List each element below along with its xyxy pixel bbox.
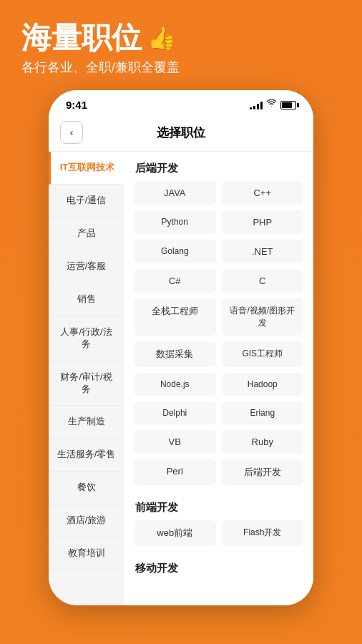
tag-item[interactable]: Golang [134, 240, 216, 263]
tag-grid-1: web前端Flash开发 [131, 520, 306, 552]
hero-title-text: 海量职位 [21, 20, 142, 56]
sidebar-item-1[interactable]: 电子/通信 [49, 185, 124, 218]
content-area: IT互联网技术电子/通信产品运营/客服销售人事/行政/法务财务/审计/税务生产制… [49, 152, 313, 605]
tag-item[interactable]: web前端 [134, 520, 216, 546]
tag-item[interactable]: Erlang [222, 401, 304, 424]
tag-item[interactable]: Perl [134, 459, 216, 485]
hero-title: 海量职位 👍 [21, 20, 176, 56]
sidebar-item-9[interactable]: 餐饮 [49, 472, 124, 504]
status-time: 9:41 [66, 99, 87, 111]
tag-item[interactable]: C [222, 269, 304, 293]
nav-title: 选择职位 [83, 125, 279, 141]
tag-item[interactable]: C# [134, 269, 216, 293]
hero-subtitle: 各行各业、全职/兼职全覆盖 [21, 59, 180, 76]
tag-item[interactable]: Python [134, 210, 216, 234]
sidebar-item-5[interactable]: 人事/行政/法务 [49, 316, 124, 361]
tag-item[interactable]: Hadoop [222, 373, 304, 396]
signal-icon [250, 101, 263, 109]
back-arrow-icon: ‹ [70, 127, 74, 138]
sidebar-item-6[interactable]: 财务/审计/税务 [49, 361, 124, 406]
phone-mockup: 9:41 ‹ 选择职位 [49, 90, 313, 605]
wifi-icon [266, 99, 277, 110]
tag-item[interactable]: JAVA [134, 181, 216, 205]
tag-item[interactable]: 后端开发 [222, 459, 304, 485]
hero-thumb-icon: 👍 [147, 24, 176, 52]
sidebar-item-3[interactable]: 运营/客服 [49, 250, 124, 283]
sidebar-item-4[interactable]: 销售 [49, 283, 124, 316]
section-header-1: 前端开发 [131, 491, 306, 520]
sidebar-item-10[interactable]: 酒店/旅游 [49, 504, 124, 537]
tag-item[interactable]: 数据采集 [134, 341, 216, 367]
tag-item[interactable]: Node.js [134, 373, 216, 396]
tag-item[interactable]: VB [134, 430, 216, 454]
category-sidebar: IT互联网技术电子/通信产品运营/客服销售人事/行政/法务财务/审计/税务生产制… [49, 152, 124, 605]
tag-item[interactable]: 语音/视频/图形开发 [222, 298, 304, 336]
tag-item[interactable]: .NET [222, 240, 304, 263]
tag-grid-0: JAVAC++PythonPHPGolang.NETC#C全栈工程师语音/视频/… [131, 181, 306, 491]
hero-section: 海量职位 👍 各行各业、全职/兼职全覆盖 [0, 0, 362, 90]
tag-item[interactable]: PHP [222, 210, 304, 234]
back-button[interactable]: ‹ [60, 121, 83, 144]
sidebar-item-2[interactable]: 产品 [49, 218, 124, 250]
status-icons [250, 99, 296, 110]
section-header-0: 后端开发 [131, 152, 306, 181]
status-bar: 9:41 [49, 90, 313, 115]
sidebar-item-8[interactable]: 生活服务/零售 [49, 439, 124, 472]
tag-item[interactable]: Delphi [134, 401, 216, 424]
battery-icon [280, 101, 296, 109]
tag-item[interactable]: GIS工程师 [222, 341, 304, 367]
sidebar-item-11[interactable]: 教育培训 [49, 537, 124, 570]
sidebar-item-0[interactable]: IT互联网技术 [49, 152, 124, 185]
app-background: 海量职位 👍 各行各业、全职/兼职全覆盖 9:41 [0, 0, 362, 644]
tag-item[interactable]: Ruby [222, 430, 304, 454]
tag-item[interactable]: Flash开发 [222, 520, 304, 546]
section-header-2: 移动开发 [131, 552, 306, 581]
nav-bar: ‹ 选择职位 [49, 115, 313, 152]
tag-item[interactable]: 全栈工程师 [134, 298, 216, 336]
sidebar-item-7[interactable]: 生产制造 [49, 406, 124, 439]
job-list-panel: 后端开发JAVAC++PythonPHPGolang.NETC#C全栈工程师语音… [124, 152, 313, 605]
tag-item[interactable]: C++ [222, 181, 304, 205]
